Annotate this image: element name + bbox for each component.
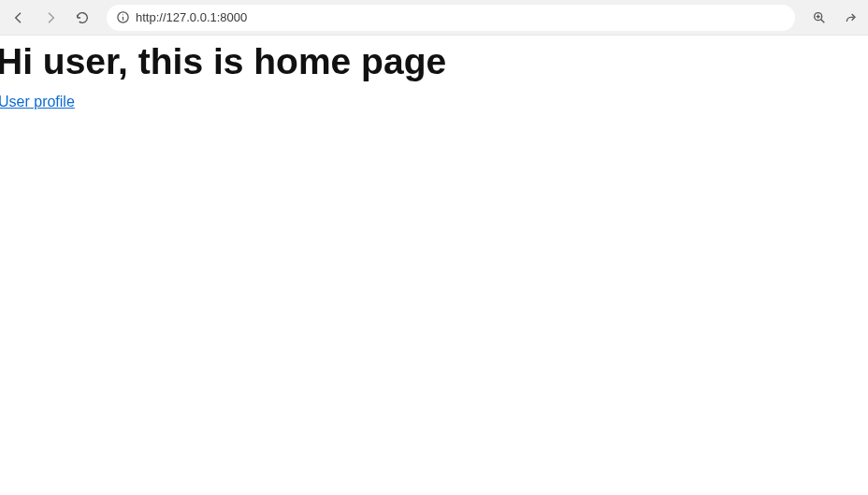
url-text: http://127.0.0.1:8000 <box>136 10 247 24</box>
site-info-button[interactable] <box>116 10 130 24</box>
share-icon <box>844 10 859 25</box>
page-title: Hi user, this is home page <box>0 41 868 82</box>
zoom-icon <box>812 10 827 25</box>
forward-arrow-icon <box>43 10 58 25</box>
back-arrow-icon <box>11 10 26 25</box>
forward-button[interactable] <box>37 5 64 31</box>
info-icon <box>116 10 130 24</box>
reload-icon <box>75 10 90 25</box>
back-button[interactable] <box>6 5 32 31</box>
svg-line-4 <box>821 19 825 22</box>
page-content: Hi user, this is home page User profile <box>0 41 868 110</box>
toolbar-actions <box>808 7 862 29</box>
address-bar[interactable]: http://127.0.0.1:8000 <box>107 5 795 31</box>
zoom-button[interactable] <box>808 7 831 29</box>
share-button[interactable] <box>840 7 862 29</box>
svg-point-2 <box>123 14 123 15</box>
reload-button[interactable] <box>69 5 95 31</box>
browser-toolbar: http://127.0.0.1:8000 <box>0 0 868 36</box>
user-profile-link[interactable]: User profile <box>0 94 75 110</box>
